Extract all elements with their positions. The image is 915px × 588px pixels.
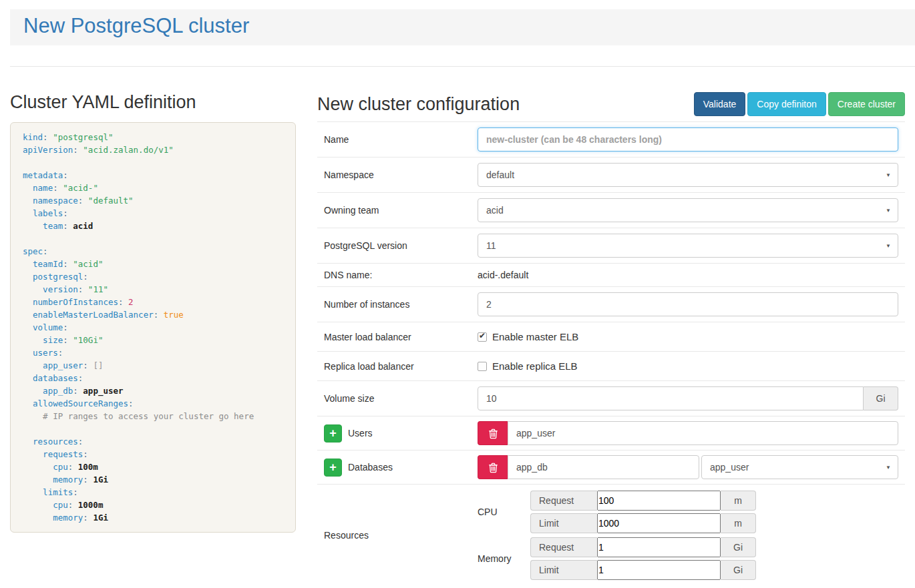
user-name-input[interactable] (508, 421, 898, 445)
trash-icon (488, 428, 498, 439)
yaml-line: metadata: (23, 169, 283, 182)
cpu-limit-group: Limit m (530, 513, 898, 533)
yaml-line: teamId: "acid" (23, 258, 283, 270)
yaml-line: memory: 1Gi (23, 511, 283, 524)
namespace-select[interactable]: default ▼ (478, 163, 898, 187)
replica-lb-label: Replica load balancer (324, 361, 478, 372)
checkbox-icon[interactable] (478, 332, 487, 342)
yaml-line: # IP ranges to access your cluster go he… (23, 410, 283, 422)
row-name: Name (317, 121, 905, 157)
chevron-down-icon: ▼ (886, 243, 891, 249)
memory-request-unit-addon: Gi (721, 537, 756, 557)
database-item (478, 455, 699, 479)
trash-icon (488, 462, 498, 473)
config-header: New cluster configuration Validate Copy … (317, 91, 905, 117)
memory-request-input[interactable] (597, 537, 721, 557)
delete-user-button[interactable] (478, 421, 508, 445)
user-item (478, 421, 898, 445)
row-databases: + Databases (317, 450, 905, 484)
volume-size-input[interactable] (478, 386, 864, 410)
row-instances: Number of instances (317, 286, 905, 322)
toolbar: Validate Copy definiton Create cluster (694, 92, 905, 116)
cpu-request-unit-addon: m (721, 491, 756, 511)
yaml-line: cpu: 1000m (23, 499, 283, 511)
memory-request-group: Request Gi (530, 537, 898, 557)
page-title: New PostgreSQL cluster (23, 12, 902, 40)
row-users: + Users (317, 416, 905, 450)
replica-elb-checkbox[interactable]: Enable replica ELB (478, 360, 578, 372)
yaml-code: kind: "postgresql"apiVersion: "acid.zala… (10, 122, 296, 533)
yaml-line: spec: (23, 245, 283, 258)
name-label: Name (324, 134, 478, 145)
delete-database-button[interactable] (478, 455, 508, 479)
memory-limit-input[interactable] (597, 560, 721, 580)
name-input[interactable] (478, 127, 898, 152)
dns-name-value: acid-.default (478, 270, 528, 280)
create-cluster-button[interactable]: Create cluster (828, 92, 905, 116)
yaml-line: resources: (23, 435, 283, 448)
yaml-line: users: (23, 346, 283, 359)
add-database-button[interactable]: + (324, 459, 342, 477)
yaml-line (23, 422, 283, 435)
database-owner-selected-value: app_user (710, 462, 749, 473)
yaml-line: allowedSourceRanges: (23, 397, 283, 410)
yaml-line: cpu: 100m (23, 461, 283, 473)
cpu-limit-input[interactable] (597, 513, 721, 533)
memory-limit-unit-addon: Gi (721, 560, 756, 580)
cpu-request-input[interactable] (597, 491, 721, 511)
instances-input[interactable] (478, 292, 898, 316)
pg-version-selected-value: 11 (486, 240, 496, 251)
yaml-line: name: "acid-" (23, 182, 283, 194)
yaml-line: volume: (23, 321, 283, 334)
databases-label: Databases (348, 462, 393, 473)
cpu-limit-addon: Limit (530, 513, 597, 533)
yaml-panel: Cluster YAML definition kind: "postgresq… (10, 91, 296, 533)
row-pg-version: PostgreSQL version 11 ▼ (317, 228, 905, 263)
header-divider (10, 66, 915, 67)
cpu-request-group: Request m (530, 491, 898, 511)
yaml-line: enableMasterLoadBalancer: true (23, 308, 283, 321)
database-owner-select[interactable]: app_user ▼ (701, 455, 898, 479)
memory-label: Memory (478, 553, 530, 564)
copy-definition-button[interactable]: Copy definiton (747, 92, 826, 116)
cpu-limit-unit-addon: m (721, 513, 756, 533)
yaml-line: limits: (23, 486, 283, 499)
master-elb-checkbox[interactable]: Enable master ELB (478, 331, 578, 342)
namespace-selected-value: default (486, 170, 514, 180)
yaml-line: app_user: [] (23, 359, 283, 372)
yaml-line: namespace: "default" (23, 194, 283, 207)
dns-name-label: DNS name: (324, 270, 478, 280)
yaml-line: team: acid (23, 220, 283, 232)
validate-button[interactable]: Validate (694, 92, 746, 116)
database-name-input[interactable] (508, 455, 699, 479)
yaml-line: apiVersion: "acid.zalan.do/v1" (23, 143, 283, 156)
yaml-line (23, 232, 283, 245)
chevron-down-icon: ▼ (886, 172, 891, 178)
page-header: New PostgreSQL cluster (10, 9, 915, 45)
owning-team-select[interactable]: acid ▼ (478, 198, 898, 222)
owning-team-selected-value: acid (486, 205, 504, 216)
checkbox-icon[interactable] (478, 362, 487, 371)
add-user-button[interactable]: + (324, 424, 342, 443)
instances-label: Number of instances (324, 299, 478, 310)
cpu-label: CPU (478, 507, 530, 517)
row-owning-team: Owning team acid ▼ (317, 192, 905, 228)
yaml-line: memory: 1Gi (23, 473, 283, 486)
row-master-lb: Master load balancer Enable master ELB (317, 322, 905, 351)
plus-icon: + (329, 461, 337, 473)
users-label: Users (348, 428, 373, 438)
pg-version-select[interactable]: 11 ▼ (478, 234, 898, 258)
volume-size-label: Volume size (324, 393, 478, 404)
yaml-panel-title: Cluster YAML definition (10, 91, 296, 113)
config-panel: New cluster configuration Validate Copy … (317, 91, 905, 586)
row-dns-name: DNS name: acid-.default (317, 263, 905, 286)
yaml-line: postgresql: (23, 270, 283, 283)
yaml-line: version: "11" (23, 283, 283, 296)
cluster-form: Name Namespace default ▼ Owning team (317, 121, 905, 586)
config-panel-title: New cluster configuration (317, 93, 520, 115)
memory-resources: Memory Request Gi Limit Gi (478, 537, 898, 580)
cpu-resources: CPU Request m Limit m (478, 491, 898, 533)
yaml-line: kind: "postgresql" (23, 131, 283, 143)
yaml-line: size: "10Gi" (23, 334, 283, 346)
cpu-request-addon: Request (530, 491, 597, 511)
